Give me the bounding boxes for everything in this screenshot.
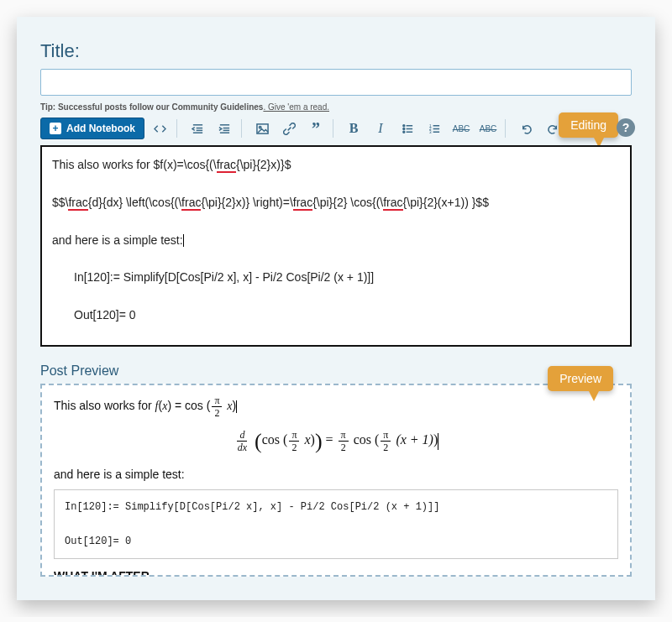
preview-equation: ddx (cos (π2 x)) = π2 cos (π2 (x + 1)) <box>54 430 618 452</box>
preview-heading: Post Preview <box>40 363 632 379</box>
bold-icon[interactable]: B <box>342 117 365 140</box>
editor-code-line: In[120]:= Simplify[D[Cos[Pi/2 x], x] - P… <box>52 268 620 286</box>
code-icon[interactable] <box>148 117 171 140</box>
help-icon[interactable]: ? <box>617 118 635 137</box>
outdent-icon[interactable] <box>186 117 209 140</box>
editor-toolbar: + Add Notebook ” B I 123 ABC ABC <box>40 117 632 140</box>
indent-icon[interactable] <box>213 117 236 140</box>
bullet-list-icon[interactable] <box>396 117 419 140</box>
preview-bubble: Preview <box>548 366 613 391</box>
title-label: Title: <box>40 40 632 62</box>
preview-line: This also works for f(x) = cos (π2 x) <box>54 395 618 418</box>
add-notebook-button[interactable]: + Add Notebook <box>40 118 144 139</box>
editor-line: $$\frac{d}{dx} \left(\cos{(\frac{\pi}{2}… <box>52 193 620 212</box>
quote-icon[interactable]: ” <box>304 117 328 140</box>
editor-textarea[interactable]: This also works for $f(x)=\cos{(\frac{\p… <box>40 145 632 347</box>
title-input[interactable] <box>40 69 632 96</box>
preview-pane: This also works for f(x) = cos (π2 x) dd… <box>40 384 632 577</box>
editor-line: and here is a simple test: <box>52 231 620 249</box>
numbered-list-icon[interactable]: 123 <box>423 117 446 140</box>
preview-line: and here is a simple test: <box>54 468 618 481</box>
svg-text:3: 3 <box>428 130 431 134</box>
preview-what-after: WHAT I'M AFTER <box>54 569 618 577</box>
svg-point-12 <box>402 131 404 133</box>
svg-point-10 <box>402 124 404 126</box>
image-icon[interactable] <box>250 117 274 140</box>
strikethrough-icon[interactable]: ABC <box>449 117 473 140</box>
preview-bubble-label: Preview <box>559 372 601 385</box>
editor-line: This also works for $f(x)=\cos{(\frac{\p… <box>52 155 620 174</box>
plus-icon: + <box>50 123 61 134</box>
undo-icon[interactable] <box>514 117 538 140</box>
editor-code-line: Out[120]= 0 <box>52 306 620 324</box>
italic-icon[interactable]: I <box>369 117 392 140</box>
svg-point-9 <box>259 126 260 128</box>
svg-point-11 <box>402 128 404 129</box>
post-editor-panel: Editing Preview Title: Tip: Successful p… <box>17 17 655 600</box>
clear-format-icon[interactable]: ABC <box>476 117 500 140</box>
redo-icon[interactable] <box>541 117 564 140</box>
tip-text: Tip: Successful posts follow our Communi… <box>40 102 632 112</box>
guidelines-link[interactable]: . Give 'em a read. <box>263 102 329 112</box>
link-icon[interactable] <box>277 117 301 140</box>
preview-code-block: In[120]:= Simplify[D[Cos[Pi/2 x], x] - P… <box>54 489 618 559</box>
